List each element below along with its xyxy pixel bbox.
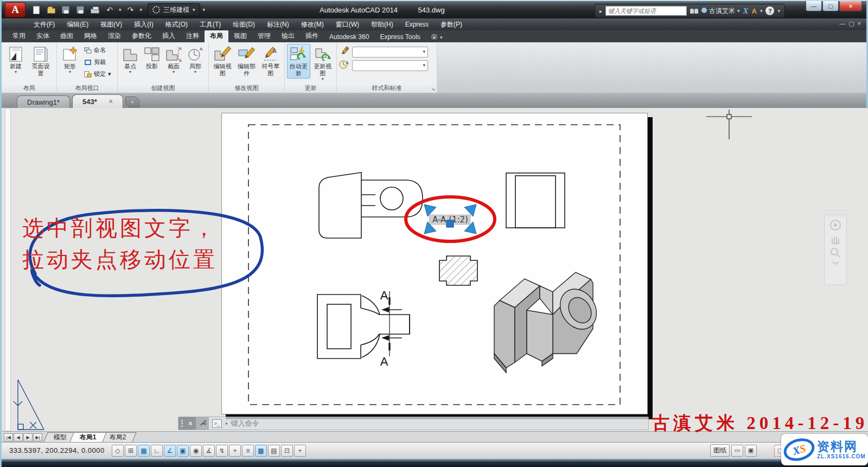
panel-footer-create-view[interactable]: 创建视图 <box>118 84 208 93</box>
plot-icon[interactable] <box>90 4 100 15</box>
tab-layout[interactable]: 布局 <box>205 30 228 42</box>
a360-caret-icon[interactable]: ▾ <box>760 8 763 14</box>
navbar-chevron-down-icon[interactable] <box>832 261 839 265</box>
edit-components-button[interactable]: 编辑部件 <box>235 44 258 79</box>
command-bar-close-icon[interactable]: × <box>185 417 196 430</box>
section-style-monitor-icon[interactable]: A <box>339 46 350 57</box>
view-top-right[interactable] <box>506 173 565 228</box>
new-drawing-tab-button[interactable]: + <box>125 97 139 107</box>
tab-layout1[interactable]: 布局1 <box>69 432 106 442</box>
detail-view-style-select[interactable] <box>352 60 428 71</box>
command-line-bar[interactable]: × >_ ▾ 键入命令 <box>178 417 649 430</box>
menu-modify[interactable]: 修改(M) <box>295 18 330 30</box>
redo-icon[interactable]: ↷ <box>125 4 136 15</box>
paper-model-toggle[interactable]: 图纸 <box>710 444 730 457</box>
object-snap-3d-toggle[interactable]: ◉ <box>190 445 202 457</box>
layout-nav-first-icon[interactable]: |◀ <box>4 433 13 442</box>
workspace-switcher[interactable]: 三维建模 ▾ <box>148 3 200 16</box>
tab-home[interactable]: 常用 <box>7 30 31 42</box>
base-view-button[interactable]: 基点 ▾ <box>120 44 141 75</box>
ribbon-minimize-caret-icon[interactable]: ▾ <box>440 35 443 40</box>
save-as-icon[interactable] <box>75 4 86 15</box>
doc-restore-icon[interactable]: ▢ <box>848 20 854 27</box>
ortho-mode-toggle[interactable]: ∟ <box>151 445 163 457</box>
projected-view-button[interactable]: 投影 <box>142 44 162 72</box>
search-input[interactable] <box>605 6 687 16</box>
help-icon[interactable]: ? <box>765 7 774 15</box>
tab-mesh[interactable]: 网格 <box>79 30 103 42</box>
minimize-button[interactable]: — <box>806 1 822 11</box>
command-bar-customize-icon[interactable] <box>196 417 209 430</box>
clip-viewport-button[interactable]: 剪裁 <box>82 57 113 67</box>
tab-annotate[interactable]: 注释 <box>181 30 205 42</box>
view-bottom-left[interactable] <box>317 295 410 359</box>
menu-dimension[interactable]: 标注(N) <box>261 18 295 30</box>
selection-cycling-toggle[interactable]: ⊡ <box>281 445 293 457</box>
menu-draw[interactable]: 绘图(D) <box>227 18 261 30</box>
menu-edit[interactable]: 编辑(E) <box>61 18 94 30</box>
quick-properties-toggle[interactable]: ▤ <box>268 445 280 457</box>
help-caret-icon[interactable]: ▾ <box>777 8 780 14</box>
ribbon-minimize-icon[interactable]: ▴ <box>430 33 438 41</box>
tab-manage[interactable]: 管理 <box>252 30 276 42</box>
tab-insert[interactable]: 插入 <box>157 30 181 42</box>
undo-caret-icon[interactable]: ▾ <box>119 7 122 12</box>
tab-render[interactable]: 渲染 <box>103 30 126 42</box>
menu-parametric[interactable]: 参数(P) <box>435 18 468 30</box>
quick-view-layouts-icon[interactable]: ▭ <box>731 445 743 457</box>
tab-parametric[interactable]: 参数化 <box>126 30 157 42</box>
menu-tools[interactable]: 工具(T) <box>194 18 227 30</box>
tab-express-tools[interactable]: Express Tools <box>374 31 425 42</box>
detail-view-button[interactable]: A 局部 ▾ <box>185 44 206 75</box>
polar-tracking-toggle[interactable]: ∠ <box>164 445 176 457</box>
annotation-monitor-toggle[interactable]: + <box>294 445 306 457</box>
command-bar-grip[interactable] <box>178 417 185 430</box>
panel-footer-styles-standards[interactable]: 样式和标准 ↘ <box>337 84 437 93</box>
zoom-icon[interactable] <box>829 247 841 258</box>
menu-view[interactable]: 视图(V) <box>94 18 128 30</box>
section-view-label-selection[interactable]: A-A (1:2) <box>424 204 476 234</box>
section-view-style-select[interactable] <box>352 47 428 57</box>
quick-view-drawings-icon[interactable]: ▣ <box>745 445 757 457</box>
pan-hand-icon[interactable] <box>829 234 841 245</box>
menu-express[interactable]: Express <box>399 18 435 30</box>
tab-autodesk360[interactable]: Autodesk 360 <box>324 31 374 42</box>
doc-minimize-icon[interactable]: — <box>839 20 845 27</box>
navigation-bar[interactable] <box>824 210 847 285</box>
layout-nav-next-icon[interactable]: ▶ <box>23 433 33 442</box>
redo-caret-icon[interactable]: ▾ <box>140 7 143 12</box>
tab-plugins[interactable]: 插件 <box>300 30 324 42</box>
panel-footer-layout-viewports[interactable]: 布局视口 <box>57 84 117 93</box>
doc-close-icon[interactable]: × <box>858 20 861 27</box>
menu-help[interactable]: 帮助(H) <box>365 18 399 30</box>
command-prompt-icon[interactable]: >_ <box>212 419 222 428</box>
restore-button[interactable]: ▢ <box>822 1 839 11</box>
navigation-wheel-icon[interactable] <box>829 219 841 231</box>
autodesk360-icon[interactable]: A <box>752 7 757 15</box>
snap-mode-toggle[interactable]: ⊞ <box>125 445 137 457</box>
view-isometric-3d[interactable] <box>494 272 604 373</box>
infer-constraints-toggle[interactable]: ◇ <box>112 445 124 457</box>
autodesk-exchange-icon[interactable]: X <box>743 7 749 16</box>
panel-footer-update[interactable]: 更新 <box>285 84 336 93</box>
file-tab-drawing1[interactable]: Drawing1* <box>17 95 70 108</box>
panel-footer-modify-view[interactable]: 修改视图 <box>209 84 284 93</box>
menu-file[interactable]: 文件(F) <box>28 18 61 30</box>
close-button[interactable]: × <box>839 1 862 11</box>
tab-output[interactable]: 输出 <box>276 30 300 42</box>
layout-nav-prev-icon[interactable]: ◀ <box>14 433 23 442</box>
section-view-button[interactable]: AA 截面 ▾ <box>163 44 184 75</box>
page-setup-button[interactable]: 页面设置 <box>29 44 53 79</box>
search-icon[interactable] <box>690 9 698 14</box>
drawing-canvas[interactable]: A A <box>2 108 868 431</box>
view-top-left[interactable] <box>319 172 423 238</box>
styles-dialog-launcher-icon[interactable]: ↘ <box>431 85 435 93</box>
update-view-button[interactable]: 更新视图 ▾ <box>311 44 335 82</box>
menu-insert[interactable]: 插入(I) <box>128 18 159 30</box>
tab-surface[interactable]: 曲面 <box>55 30 79 42</box>
grip-square[interactable] <box>446 220 454 227</box>
view-section-hatched[interactable] <box>439 256 477 285</box>
rect-viewport-button[interactable]: 矩形 ▾ <box>59 44 81 75</box>
dynamic-input-toggle[interactable]: + <box>229 445 241 457</box>
named-viewport-button[interactable]: 命名 <box>82 45 113 55</box>
